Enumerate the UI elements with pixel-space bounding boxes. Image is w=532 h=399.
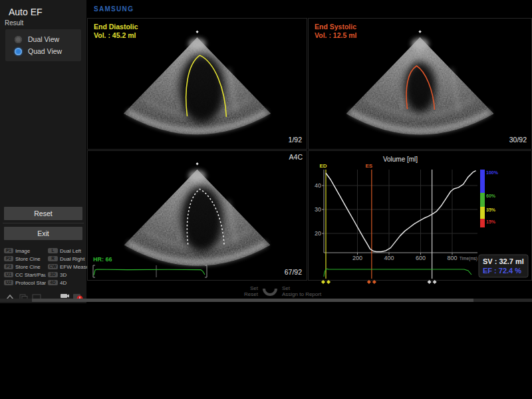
svg-text:35%: 35% bbox=[486, 207, 496, 212]
svg-text:800: 800 bbox=[447, 255, 457, 261]
svg-text:SV : 32.7 ml: SV : 32.7 ml bbox=[483, 257, 524, 265]
scrollbar-thumb[interactable] bbox=[32, 299, 473, 302]
exit-button[interactable]: Exit bbox=[4, 227, 82, 240]
apex-marker-icon bbox=[418, 30, 421, 33]
quadrant-end-systolic[interactable]: End Systolic Vol. : 12.5 ml 30/92 bbox=[309, 19, 531, 149]
svg-text:Volume [ml]: Volume [ml] bbox=[383, 156, 418, 163]
view-label-a4c: A4C bbox=[289, 153, 303, 161]
svg-text:ED: ED bbox=[319, 163, 327, 169]
function-key-row: P1 Image L Dual Left bbox=[4, 247, 85, 255]
ecg-strip bbox=[88, 263, 221, 281]
es-title: End Systolic Vol. : 12.5 ml bbox=[315, 23, 356, 40]
svg-text:Time(ms): Time(ms) bbox=[460, 256, 477, 261]
svg-text:100%: 100% bbox=[486, 170, 499, 175]
svg-text:600: 600 bbox=[416, 255, 426, 261]
svg-text:40: 40 bbox=[315, 182, 321, 189]
function-key-map: P1 Image L Dual Left P2 Store Cine R Dua… bbox=[4, 247, 85, 287]
es-title-line: End Systolic bbox=[315, 23, 356, 31]
set-assign-hint: Set Assign to Report bbox=[282, 285, 321, 297]
svg-text:400: 400 bbox=[384, 255, 394, 261]
apex-marker-icon bbox=[196, 162, 198, 165]
samsung-logo: SAMSUNG bbox=[94, 5, 134, 13]
heart-rate-value: HR: 66 bbox=[93, 256, 112, 263]
volume-chart: 20 30 40 200 400 600 800Time(ms)Volume [… bbox=[309, 151, 531, 301]
quadrant-a4c[interactable]: A4C 67/92 bbox=[88, 151, 307, 280]
svg-text:15%: 15% bbox=[486, 219, 496, 224]
ecg-right-bracket bbox=[205, 265, 207, 277]
radio-selected-icon[interactable] bbox=[15, 48, 22, 55]
function-key-row: U2 Protocol Start... 4D 4D bbox=[4, 279, 85, 287]
trackball-icon bbox=[262, 287, 278, 296]
ed-title: End Diastolic Vol. : 45.2 ml bbox=[94, 23, 138, 40]
svg-text:ES: ES bbox=[366, 163, 373, 169]
svg-text:200: 200 bbox=[352, 255, 362, 261]
radio-unselected-icon[interactable] bbox=[15, 36, 22, 43]
ultrasound-image-a4c bbox=[88, 151, 307, 280]
svg-text:20: 20 bbox=[315, 230, 321, 237]
quadrant-end-diastolic[interactable]: End Diastolic Vol. : 45.2 ml 1/92 bbox=[88, 19, 307, 149]
ultrasound-sector bbox=[88, 151, 307, 280]
es-volume-value: Vol. : 12.5 ml bbox=[315, 31, 356, 40]
ed-title-line: End Diastolic bbox=[94, 23, 138, 31]
timeline-scrollbar[interactable] bbox=[0, 299, 532, 302]
reset-button[interactable]: Reset bbox=[4, 207, 82, 220]
svg-text:30: 30 bbox=[315, 206, 321, 213]
svg-text:60%: 60% bbox=[486, 194, 496, 198]
radio-option-quad-view[interactable]: Quad View bbox=[5, 45, 81, 57]
frame-counter-ed: 1/92 bbox=[289, 136, 302, 144]
function-key-row: P2 Store Cine R Dual Right bbox=[4, 255, 85, 263]
divider bbox=[3, 223, 84, 223]
result-section-label: Result bbox=[5, 19, 23, 27]
radio-option-dual-view[interactable]: Dual View bbox=[5, 33, 81, 45]
page-title: Auto EF bbox=[9, 7, 43, 17]
frame-counter-a4c: 67/92 bbox=[285, 268, 302, 276]
function-key-row: P3 Store Cine CW EFW Measure bbox=[4, 263, 85, 271]
function-key-row: U1 CC Start/Pause 3D 3D bbox=[4, 271, 85, 279]
volume-time-plot: 20 30 40 200 400 600 800Time(ms)Volume [… bbox=[309, 151, 531, 301]
trackball-hints: Set Reset Set Assign to Report bbox=[226, 285, 321, 297]
svg-text:EF : 72.4 %: EF : 72.4 % bbox=[483, 267, 521, 275]
ecg-trace bbox=[94, 269, 205, 275]
set-reset-hint: Set Reset bbox=[226, 285, 258, 297]
frame-counter-es: 30/92 bbox=[509, 136, 527, 144]
apex-marker-icon bbox=[196, 31, 198, 33]
ed-volume-value: Vol. : 45.2 ml bbox=[94, 31, 138, 40]
control-panel: Auto EF Result Dual View Quad View Reset… bbox=[0, 0, 86, 303]
view-mode-radio-group: Dual View Quad View bbox=[5, 29, 81, 61]
